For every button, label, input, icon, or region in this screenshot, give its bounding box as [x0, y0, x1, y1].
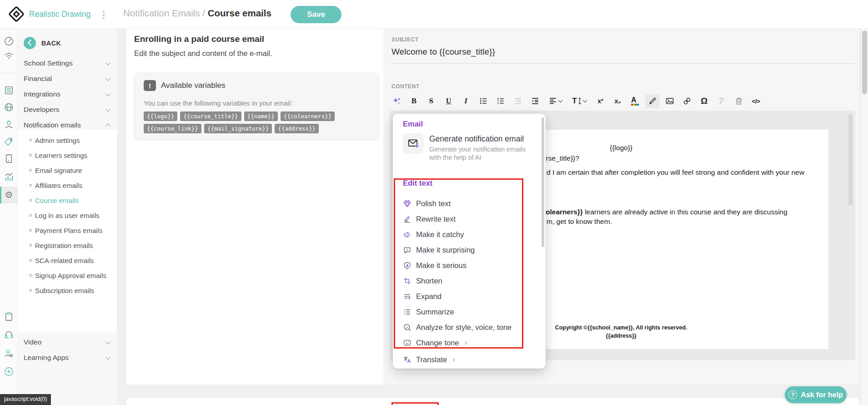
menu-item-rewrite-text[interactable]: Rewrite text — [403, 214, 535, 224]
subitem-signup-approval-emails[interactable]: Signup Approval emails — [18, 271, 117, 280]
sidebar-item-developers[interactable]: Developers — [24, 104, 111, 115]
sidebar-item-school-settings[interactable]: School Settings — [24, 58, 111, 69]
menu-scrollbar-thumb[interactable] — [542, 117, 544, 247]
magnifier-pen-icon — [403, 323, 411, 332]
subscript-button[interactable]: x₂ — [611, 94, 625, 108]
generate-notification-email-item[interactable]: Generate notification email Generate you… — [403, 133, 535, 162]
menu-item-expand[interactable]: Expand — [403, 291, 535, 301]
community-person-star-icon[interactable] — [4, 348, 14, 359]
highlight-pen-button[interactable] — [645, 94, 659, 108]
subitem-payment-plans-emails[interactable]: Payment Plans emails — [18, 226, 117, 235]
align-button[interactable] — [545, 94, 565, 108]
variable-chip[interactable]: {{name}} — [244, 111, 278, 121]
subject-underline — [391, 63, 854, 64]
news-feed-icon[interactable] — [4, 85, 14, 96]
help-label: Ask for help — [801, 391, 843, 399]
insert-image-button[interactable] — [662, 94, 677, 108]
sidebar-item-notification-emails[interactable]: Notification emails — [24, 120, 111, 131]
menu-item-change-tone[interactable]: Change tone › — [403, 338, 535, 348]
numbered-list-button[interactable] — [493, 94, 507, 108]
menu-item-make-it-serious[interactable]: Make it serious — [403, 260, 535, 270]
page-scrollbar[interactable] — [861, 29, 868, 405]
site-globe-icon[interactable] — [4, 102, 14, 112]
subitem-login-as-user-emails[interactable]: Log in as user emails — [18, 211, 117, 220]
delete-trash-button[interactable] — [732, 94, 746, 108]
underline-button[interactable]: U — [442, 94, 456, 108]
analytics-icon[interactable] — [4, 172, 14, 182]
sidebar-item-financial[interactable]: Financial — [24, 73, 111, 84]
bold-button[interactable]: B — [407, 94, 421, 108]
subitem-learners-settings[interactable]: Learners settings — [18, 151, 117, 160]
subitem-sca-related-emails[interactable]: SCA-related emails — [18, 256, 117, 265]
superscript-button[interactable]: x² — [593, 94, 607, 108]
back-button[interactable]: BACK — [24, 37, 61, 49]
sidebar-item-integrations[interactable]: Integrations — [24, 89, 111, 100]
subitem-registration-emails[interactable]: Registration emails — [18, 241, 117, 250]
variable-chip[interactable]: {{course_title}} — [180, 111, 241, 121]
info-bubble-icon: ! — [144, 80, 156, 91]
subitem-admin-settings[interactable]: Admin settings — [18, 136, 117, 145]
bullet-icon — [29, 229, 32, 232]
variable-chips: {{logo}} {{course_title}} {{name}} {{col… — [144, 111, 371, 133]
tag-marketing-icon[interactable] — [4, 137, 14, 147]
signal-wifi-icon[interactable] — [4, 51, 14, 61]
bullet-icon — [29, 139, 32, 142]
templates-clipboard-icon[interactable] — [4, 311, 14, 322]
source-code-button[interactable]: </> — [749, 94, 763, 108]
breadcrumb-parent[interactable]: Notification Emails — [123, 8, 200, 18]
save-button[interactable]: Save — [291, 6, 341, 23]
menu-section-edit-text: Edit text — [403, 179, 432, 187]
sidebar-item-video[interactable]: Video — [24, 337, 111, 348]
users-icon[interactable] — [4, 119, 14, 130]
support-headset-icon[interactable] — [4, 329, 14, 340]
indent-button[interactable] — [528, 94, 542, 108]
dashboard-gauge-icon[interactable] — [4, 36, 14, 46]
chevron-down-icon — [105, 354, 110, 359]
menu-item-analyze[interactable]: Analyze for style, voice, tone — [403, 322, 535, 332]
bullet-icon — [29, 154, 32, 157]
app-logo-icon[interactable] — [8, 5, 25, 23]
outdent-button[interactable] — [511, 94, 525, 108]
generate-title: Generate notification email — [429, 134, 527, 144]
kebab-menu-icon[interactable] — [103, 11, 105, 13]
menu-item-make-it-catchy[interactable]: Make it catchy — [403, 229, 535, 239]
breadcrumb-separator: / — [200, 8, 208, 18]
back-label: BACK — [41, 40, 61, 47]
page-scrollbar-thumb[interactable] — [862, 30, 867, 94]
create-plus-icon[interactable] — [4, 366, 14, 377]
mobile-app-icon[interactable] — [4, 153, 14, 164]
special-character-button[interactable]: Ω — [697, 94, 711, 108]
menu-item-shorten[interactable]: Shorten — [403, 276, 535, 286]
subitem-course-emails[interactable]: Course emails — [18, 196, 117, 205]
subject-input[interactable]: Welcome to {{course_title}} — [391, 47, 495, 57]
subitem-email-signature[interactable]: Email signature — [18, 166, 117, 175]
sidebar-item-learning-apps[interactable]: Learning Apps — [24, 352, 111, 363]
insert-link-button[interactable] — [680, 94, 694, 108]
settings-gear-icon[interactable]: ⚙ — [4, 190, 14, 200]
menu-item-make-it-surprising[interactable]: Make it surprising — [403, 245, 535, 255]
font-color-button[interactable]: A — [628, 94, 642, 108]
variable-chip[interactable]: {{colearners}} — [281, 111, 335, 121]
red-annotation-box-partial — [391, 402, 439, 405]
text-size-button[interactable]: T — [568, 94, 590, 108]
question-mark-icon: ? — [788, 390, 797, 399]
subitem-subscription-emails[interactable]: Subscription emails — [18, 286, 117, 295]
menu-item-translate[interactable]: Translate › — [403, 354, 535, 364]
variable-chip[interactable]: {{logo}} — [144, 111, 177, 121]
ask-for-help-button[interactable]: ? Ask for help — [785, 386, 847, 403]
strikethrough-button[interactable]: S — [424, 94, 438, 108]
subitem-affiliates-emails[interactable]: Affiliates emails — [18, 181, 117, 190]
variable-chip[interactable]: {{address}} — [275, 124, 319, 133]
clear-formatting-button[interactable] — [714, 94, 728, 108]
bullet-list-button[interactable] — [476, 94, 490, 108]
ai-sparkles-button[interactable] — [390, 94, 404, 108]
bullet-icon — [29, 274, 32, 277]
menu-item-polish-text[interactable]: Polish text — [403, 198, 535, 208]
editor-scrollbar-thumb[interactable] — [848, 114, 853, 205]
school-name[interactable]: Realistic Drawing — [29, 10, 90, 19]
italic-button[interactable]: I — [459, 94, 473, 108]
variable-chip[interactable]: {{course_link}} — [144, 124, 201, 133]
variable-chip[interactable]: {{mail_signature}} — [204, 124, 272, 133]
chevron-down-icon — [105, 106, 110, 111]
menu-item-summarize[interactable]: Summarize — [403, 307, 535, 317]
